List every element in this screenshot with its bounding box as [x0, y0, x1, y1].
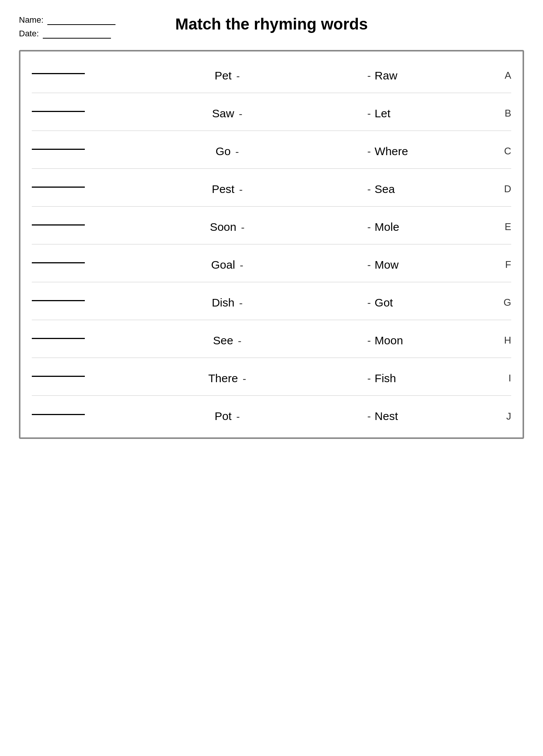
left-dash-3: - [236, 146, 239, 157]
answer-blank-6 [32, 262, 92, 267]
right-dash-4: - [367, 183, 371, 195]
right-section-7: - Got G [367, 296, 511, 309]
letter-label-5: E [496, 221, 511, 233]
answer-blank-5 [32, 224, 92, 229]
right-section-9: - Fish I [367, 372, 511, 385]
blank-line-9 [32, 376, 85, 377]
answer-blank-7 [32, 300, 92, 305]
right-dash-7: - [367, 297, 371, 309]
right-word-2: Let [374, 107, 496, 120]
letter-label-8: H [496, 334, 511, 346]
right-dash-2: - [367, 107, 371, 120]
left-word-5: Soon - [92, 221, 367, 233]
blank-line-4 [32, 187, 85, 188]
answer-blank-8 [32, 338, 92, 343]
rhyme-row: Saw - - Let B [32, 93, 511, 131]
page-title: Match the rhyming words [175, 15, 368, 33]
right-word-9: Fish [374, 372, 496, 385]
left-dash-2: - [239, 108, 242, 120]
right-dash-1: - [367, 70, 371, 82]
left-dash-9: - [243, 373, 246, 384]
left-dash-6: - [240, 259, 243, 271]
letter-label-10: J [496, 411, 511, 422]
blank-line-1 [32, 73, 85, 74]
right-word-5: Mole [374, 221, 496, 233]
letter-label-2: B [496, 107, 511, 119]
letter-label-6: F [496, 259, 511, 271]
worksheet-box: Pet - - Raw A Saw - - Let B [19, 50, 524, 439]
blank-line-2 [32, 111, 85, 112]
blank-line-7 [32, 300, 85, 301]
answer-blank-10 [32, 414, 92, 419]
right-section-4: - Sea D [367, 183, 511, 196]
answer-blank-1 [32, 73, 92, 78]
rhyme-row: Pot - - Nest J [32, 396, 511, 434]
rhyme-row: There - - Fish I [32, 358, 511, 396]
right-word-3: Where [374, 145, 496, 158]
left-dash-10: - [236, 411, 240, 422]
right-dash-5: - [367, 221, 371, 233]
left-word-6: Goal - [92, 258, 367, 271]
right-word-4: Sea [374, 183, 496, 196]
left-word-7: Dish - [92, 296, 367, 309]
right-word-6: Mow [374, 258, 496, 271]
date-line [43, 38, 111, 39]
letter-label-7: G [496, 297, 511, 308]
left-dash-1: - [236, 70, 240, 82]
rhyme-row: Pet - - Raw A [32, 55, 511, 93]
left-dash-7: - [239, 297, 243, 309]
left-word-10: Pot - [92, 410, 367, 423]
letter-label-4: D [496, 183, 511, 195]
blank-line-5 [32, 224, 85, 226]
left-word-4: Pest - [92, 183, 367, 196]
letter-label-3: C [496, 145, 511, 157]
header: Name: Date: Match the rhyming words [19, 15, 524, 39]
right-dash-9: - [367, 372, 371, 384]
right-word-8: Moon [374, 334, 496, 347]
left-word-8: See - [92, 334, 367, 347]
answer-blank-4 [32, 187, 92, 191]
right-section-3: - Where C [367, 145, 511, 158]
left-word-1: Pet - [92, 69, 367, 82]
rhyme-row: Go - - Where C [32, 131, 511, 169]
right-section-10: - Nest J [367, 410, 511, 423]
answer-blank-9 [32, 376, 92, 381]
right-word-1: Raw [374, 69, 496, 82]
blank-line-10 [32, 414, 85, 415]
right-section-1: - Raw A [367, 69, 511, 82]
right-dash-10: - [367, 410, 371, 422]
left-word-9: There - [92, 372, 367, 385]
right-section-5: - Mole E [367, 221, 511, 233]
right-section-6: - Mow F [367, 258, 511, 271]
right-dash-8: - [367, 334, 371, 347]
answer-blank-2 [32, 111, 92, 116]
right-word-10: Nest [374, 410, 496, 423]
right-section-2: - Let B [367, 107, 511, 120]
right-word-7: Got [374, 296, 496, 309]
rhyme-row: Pest - - Sea D [32, 169, 511, 207]
rhyme-row: Goal - - Mow F [32, 244, 511, 282]
left-dash-5: - [241, 221, 245, 233]
name-line [47, 24, 115, 25]
rhyme-row: Soon - - Mole E [32, 207, 511, 244]
left-word-3: Go - [92, 145, 367, 158]
right-dash-6: - [367, 259, 371, 271]
left-dash-8: - [238, 335, 241, 347]
rhyme-row: Dish - - Got G [32, 282, 511, 320]
blank-line-6 [32, 262, 85, 263]
letter-label-1: A [496, 70, 511, 81]
blank-line-3 [32, 149, 85, 150]
rhyme-row: See - - Moon H [32, 320, 511, 358]
right-section-8: - Moon H [367, 334, 511, 347]
answer-blank-3 [32, 149, 92, 154]
right-dash-3: - [367, 145, 371, 157]
letter-label-9: I [496, 372, 511, 384]
date-label: Date: [19, 29, 39, 38]
left-word-2: Saw - [92, 107, 367, 120]
name-label: Name: [19, 15, 44, 25]
blank-line-8 [32, 338, 85, 339]
left-dash-4: - [239, 184, 243, 195]
